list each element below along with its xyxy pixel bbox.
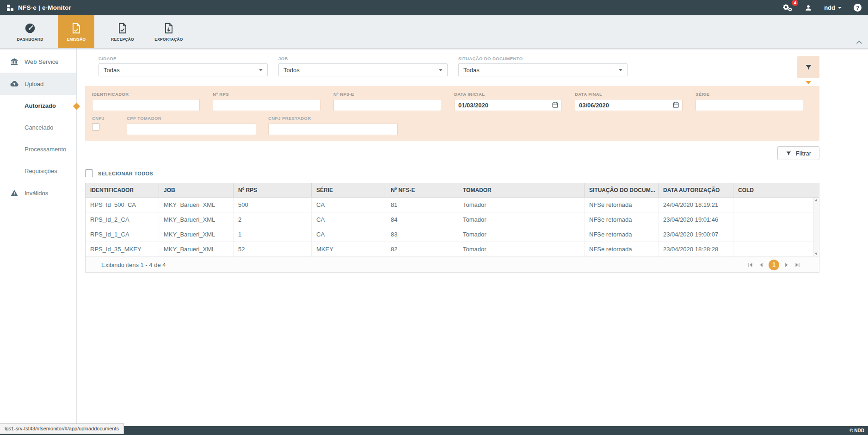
identificador-label: IDENTIFICADOR: [92, 92, 200, 97]
column-header[interactable]: Nº RPS: [234, 183, 312, 197]
sidebar-item-label: Requisições: [25, 168, 57, 174]
nrps-input[interactable]: [213, 99, 320, 111]
user-icon[interactable]: [805, 4, 812, 12]
table-header: IDENTIFICADOR JOB Nº RPS SÉRIE Nº NFS-E …: [86, 183, 819, 198]
current-page-button[interactable]: 1: [769, 260, 779, 270]
select-all-checkbox[interactable]: [85, 169, 93, 177]
cell-nnfse: 83: [386, 227, 458, 242]
first-page-button[interactable]: [747, 262, 753, 268]
data-final-input[interactable]: [575, 99, 683, 111]
tab-exportacao[interactable]: EXPORTAÇÃO: [151, 15, 187, 48]
scroll-up-icon[interactable]: [815, 199, 818, 201]
cell-serie: CA: [312, 227, 386, 242]
main-content: CIDADE Todas JOB Todos SITUAÇÃO DO DOCUM…: [77, 49, 868, 435]
warning-triangle-icon: [10, 189, 18, 197]
sidebar-item-upload[interactable]: Upload: [0, 73, 76, 95]
sidebar-item-label: Inválidos: [25, 190, 48, 197]
filtrar-button-label: Filtrar: [796, 150, 811, 157]
cell-nrps: 500: [234, 198, 312, 212]
table-row[interactable]: RPS_Id_2_CA MKY_Barueri_XML 2 CA 84 Toma…: [86, 212, 819, 227]
job-select[interactable]: Todos: [278, 63, 448, 76]
document-check-icon: [117, 22, 129, 34]
cidade-label: CIDADE: [98, 56, 268, 61]
cell-data-autorizacao: 24/04/2020 18:19:21: [659, 198, 733, 212]
nnfse-field-group: Nº NFS-E: [333, 92, 441, 111]
cidade-select-group: CIDADE Todas: [98, 56, 268, 76]
copyright-label: © NDD: [850, 428, 864, 433]
situacao-select[interactable]: Todas: [458, 63, 628, 76]
scroll-down-icon[interactable]: [815, 253, 818, 255]
cnpj-checkbox[interactable]: [92, 123, 99, 130]
tab-recepcao[interactable]: RECEPÇÃO: [105, 15, 141, 48]
column-header[interactable]: DATA AUTORIZAÇÃO: [659, 183, 733, 197]
items-summary: Exibindo itens 1 - 4 de 4: [101, 261, 166, 268]
cnpj-prestador-input[interactable]: [268, 123, 398, 135]
calendar-icon[interactable]: [552, 101, 559, 108]
job-select-group: JOB Todos: [278, 56, 448, 76]
filter-panel-row-1: IDENTIFICADOR Nº RPS Nº NFS-E DATA INICI…: [92, 92, 813, 111]
serie-input[interactable]: [696, 99, 803, 111]
table-row[interactable]: RPS_Id_500_CA MKY_Barueri_XML 500 CA 81 …: [86, 198, 819, 212]
column-header[interactable]: IDENTIFICADOR: [86, 183, 159, 197]
help-icon[interactable]: ?: [854, 4, 862, 12]
next-page-button[interactable]: [784, 262, 790, 268]
chevron-down-icon: [838, 7, 842, 9]
table-row[interactable]: RPS_Id_35_MKEY MKY_Barueri_XML 52 MKEY 8…: [86, 242, 819, 257]
cell-cold: [733, 227, 819, 242]
cell-nnfse: 81: [386, 198, 458, 212]
filtrar-button[interactable]: Filtrar: [777, 146, 819, 160]
data-final-field-group: DATA FINAL: [575, 92, 683, 111]
identificador-input[interactable]: [92, 99, 200, 111]
column-header[interactable]: SITUAÇÃO DO DOCUM...: [585, 183, 659, 197]
chevron-down-icon: [259, 69, 263, 71]
sidebar-item-autorizado[interactable]: Autorizado: [0, 95, 76, 117]
collapse-toolbar-icon[interactable]: [856, 40, 862, 44]
nnfse-input[interactable]: [333, 99, 441, 111]
sidebar-item-requisicoes[interactable]: Requisições: [0, 160, 76, 182]
cnpj-prestador-field-group: CNPJ PRESTADOR: [268, 116, 398, 135]
sidebar-item-label: Autorizado: [25, 102, 56, 109]
filter-selects-row: CIDADE Todas JOB Todos SITUAÇÃO DO DOCUM…: [85, 56, 819, 78]
cell-nrps: 1: [234, 227, 312, 242]
sidebar-item-invalidos[interactable]: Inválidos: [0, 182, 76, 204]
settings-gears-icon[interactable]: 4: [782, 3, 793, 12]
filtrar-row: Filtrar: [85, 146, 819, 160]
last-page-button[interactable]: [794, 262, 800, 268]
cell-job: MKY_Barueri_XML: [159, 212, 234, 227]
cpf-tomador-input[interactable]: [127, 123, 256, 135]
cidade-select[interactable]: Todas: [98, 63, 268, 76]
sidebar-item-processamento[interactable]: Processamento: [0, 138, 76, 160]
cell-tomador: Tomador: [458, 198, 585, 212]
calendar-icon[interactable]: [672, 101, 679, 108]
previous-page-button[interactable]: [758, 262, 764, 268]
column-header[interactable]: TOMADOR: [458, 183, 585, 197]
cell-serie: MKEY: [312, 242, 386, 256]
tab-dashboard[interactable]: DASHBOARD: [12, 15, 48, 48]
column-header[interactable]: SÉRIE: [312, 183, 386, 197]
data-inicial-input[interactable]: [454, 99, 562, 111]
sidebar-item-label: Processamento: [25, 146, 66, 153]
sidebar: Web Service Upload Autorizado Cancelado …: [0, 49, 77, 435]
tab-emissao[interactable]: EMISSÃO: [58, 15, 94, 48]
cell-identificador: RPS_Id_500_CA: [86, 198, 159, 212]
table-row[interactable]: RPS_Id_1_CA MKY_Barueri_XML 1 CA 83 Toma…: [86, 227, 819, 242]
column-header[interactable]: Nº NFS-E: [386, 183, 458, 197]
column-header[interactable]: JOB: [159, 183, 234, 197]
bottom-bar: © NDD: [0, 426, 868, 435]
sidebar-item-cancelado[interactable]: Cancelado: [0, 117, 76, 138]
chevron-down-icon: [439, 69, 443, 71]
column-header[interactable]: COLD: [733, 183, 819, 197]
user-name: ndd: [824, 4, 835, 11]
bank-icon: [10, 57, 18, 66]
filter-toggle-button[interactable]: [797, 56, 819, 78]
cell-tomador: Tomador: [458, 212, 585, 227]
user-menu[interactable]: ndd: [824, 4, 842, 11]
page-body: Web Service Upload Autorizado Cancelado …: [0, 49, 868, 435]
cell-nrps: 52: [234, 242, 312, 256]
table-scrollbar[interactable]: [813, 198, 819, 256]
job-label: JOB: [278, 56, 448, 61]
chevron-down-icon: [619, 69, 622, 71]
sidebar-item-web-service[interactable]: Web Service: [0, 50, 76, 73]
nrps-label: Nº RPS: [213, 92, 320, 97]
cell-identificador: RPS_Id_35_MKEY: [86, 242, 159, 256]
